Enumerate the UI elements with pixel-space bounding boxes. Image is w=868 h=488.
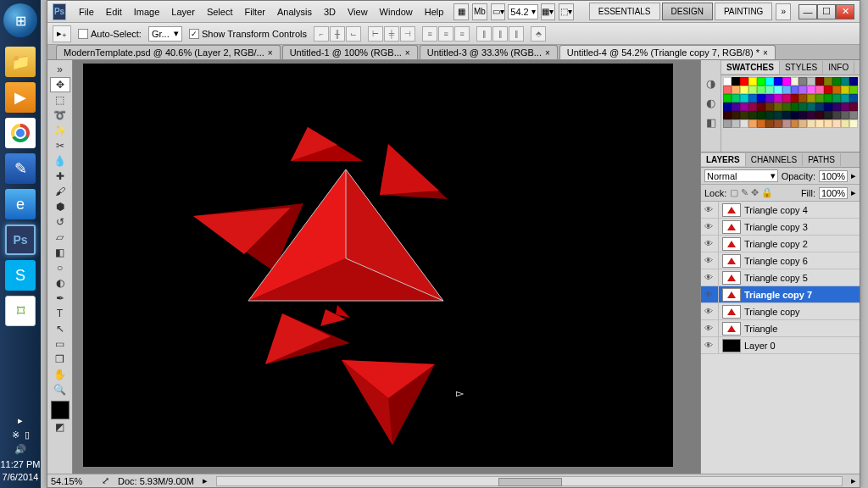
swatch[interactable] (723, 86, 732, 94)
status-arrow-icon[interactable]: ⤢ (102, 475, 109, 486)
swatch[interactable] (849, 77, 858, 86)
swatch[interactable] (798, 103, 807, 111)
swatch[interactable] (791, 77, 799, 86)
quickmask-icon[interactable]: ◩ (50, 419, 70, 435)
stamp-tool[interactable]: ⬢ (50, 199, 70, 214)
swatch[interactable] (791, 86, 799, 94)
swatch[interactable] (757, 103, 765, 111)
menu-edit[interactable]: Edit (100, 4, 128, 19)
swatch[interactable] (757, 119, 765, 128)
quick-select-tool[interactable]: ✨ (50, 123, 70, 138)
close-tab-icon[interactable]: × (763, 48, 768, 58)
workspace-essentials[interactable]: ESSENTIALS (589, 3, 660, 20)
dist-bottom-icon[interactable]: ≡ (454, 26, 470, 42)
close-button[interactable]: ✕ (836, 4, 854, 19)
dist-top-icon[interactable]: ≡ (422, 26, 437, 42)
swatch[interactable] (723, 94, 732, 103)
opacity-arrow-icon[interactable]: ▸ (851, 170, 856, 181)
swatch[interactable] (774, 119, 782, 128)
swatch[interactable] (723, 119, 732, 128)
ps-logo-icon[interactable]: Ps (53, 3, 66, 20)
tray-bt-icon[interactable]: ※ (12, 430, 19, 441)
swatch[interactable] (748, 86, 757, 94)
swatch[interactable] (765, 111, 774, 119)
swatch[interactable] (774, 86, 782, 94)
align-left-icon[interactable]: ⊢ (368, 26, 383, 42)
wmp-icon[interactable]: ▶ (5, 82, 36, 113)
visibility-icon[interactable]: 👁 (703, 239, 715, 248)
styles-tab[interactable]: STYLES (780, 61, 823, 74)
color-panel-icon[interactable]: ◑ (706, 77, 715, 90)
document-tab-2[interactable]: Untitled-3 @ 33.3% (RGB...× (420, 45, 558, 59)
dodge-tool[interactable]: ◐ (50, 275, 70, 291)
layer-row[interactable]: 👁Triangle copy 3 (701, 219, 860, 236)
visibility-icon[interactable]: 👁 (703, 324, 715, 333)
screen-mode-icon[interactable]: ▭▾ (491, 3, 506, 20)
channels-tab[interactable]: CHANNELS (746, 153, 803, 166)
foreground-color[interactable] (51, 401, 70, 419)
skype-icon[interactable]: S (5, 260, 36, 291)
move-tool[interactable]: ✥ (50, 77, 70, 92)
swatch[interactable] (815, 119, 824, 128)
swatch[interactable] (849, 111, 858, 119)
fill-input[interactable]: 100% (819, 187, 848, 199)
lock-pixels-icon[interactable]: ✎ (741, 187, 748, 198)
layer-row[interactable]: 👁Layer 0 (701, 337, 860, 354)
menu-help[interactable]: Help (419, 4, 450, 19)
align-bottom-icon[interactable]: ⌙ (346, 26, 361, 42)
layer-row[interactable]: 👁Triangle copy (701, 303, 860, 320)
menu-view[interactable]: View (342, 4, 374, 19)
menu-select[interactable]: Select (201, 4, 239, 19)
swatch[interactable] (849, 94, 858, 103)
document-tab-1[interactable]: Untitled-1 @ 100% (RGB...× (282, 45, 418, 59)
chrome-icon[interactable] (5, 118, 36, 148)
expand-tools-icon[interactable]: » (50, 62, 70, 77)
swatch[interactable] (832, 119, 841, 128)
swatch[interactable] (732, 86, 740, 94)
layer-row[interactable]: 👁Triangle copy 6 (701, 252, 860, 269)
history-brush-tool[interactable]: ↺ (50, 214, 70, 230)
layer-thumbnail[interactable] (722, 237, 741, 251)
swatch[interactable] (732, 111, 740, 119)
blend-mode-dropdown[interactable]: Normal▾ (704, 169, 778, 182)
layer-thumbnail[interactable] (722, 220, 741, 234)
visibility-icon[interactable]: 👁 (703, 222, 715, 231)
paths-tab[interactable]: PATHS (803, 153, 841, 166)
auto-align-icon[interactable]: ⬘ (531, 26, 546, 42)
swatch[interactable] (782, 103, 791, 111)
adjustments-panel-icon[interactable]: ◐ (706, 97, 715, 109)
swatch[interactable] (798, 86, 807, 94)
swatch[interactable] (815, 111, 824, 119)
swatch[interactable] (798, 77, 807, 86)
swatch[interactable] (807, 103, 815, 111)
layer-thumbnail[interactable] (722, 203, 741, 217)
swatch[interactable] (791, 119, 799, 128)
ie-icon[interactable]: e (5, 189, 36, 219)
styles-panel-icon[interactable]: ◧ (706, 116, 716, 129)
swatch[interactable] (841, 103, 849, 111)
swatch[interactable] (798, 111, 807, 119)
paintnet-icon[interactable]: ✎ (5, 153, 36, 184)
swatch[interactable] (774, 103, 782, 111)
swatch[interactable] (841, 111, 849, 119)
menu-filter[interactable]: Filter (238, 4, 270, 19)
swatch[interactable] (791, 94, 799, 103)
lasso-tool[interactable]: ➰ (50, 108, 70, 123)
swatch[interactable] (774, 77, 782, 86)
swatch[interactable] (815, 86, 824, 94)
swatch[interactable] (824, 111, 832, 119)
auto-select-dropdown[interactable]: Gr...▾ (148, 26, 182, 42)
swatch[interactable] (740, 77, 748, 86)
gradient-tool[interactable]: ◧ (50, 245, 70, 260)
workspace-painting[interactable]: PAINTING (715, 3, 772, 20)
visibility-icon[interactable]: 👁 (703, 307, 715, 316)
canvas-area[interactable]: ▻ (73, 60, 700, 474)
swatch[interactable] (748, 103, 757, 111)
opacity-input[interactable]: 100% (819, 170, 848, 182)
tray-net-icon[interactable]: ▯ (25, 430, 30, 441)
swatches-tab[interactable]: SWATCHES (721, 61, 780, 74)
lock-all-icon[interactable]: 🔒 (761, 187, 773, 198)
layer-thumbnail[interactable] (722, 254, 741, 268)
swatch[interactable] (841, 119, 849, 128)
align-right-icon[interactable]: ⊣ (400, 26, 415, 42)
